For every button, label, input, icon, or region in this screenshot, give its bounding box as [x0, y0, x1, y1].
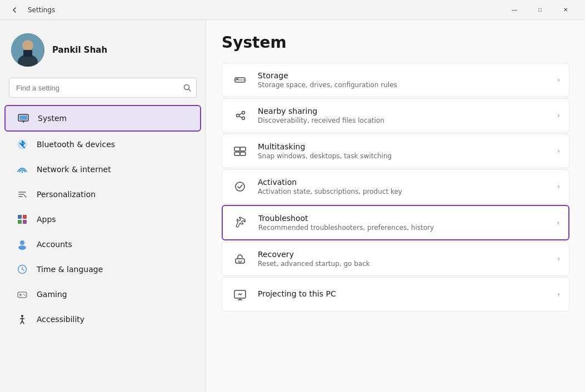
back-button[interactable]	[7, 2, 22, 18]
svg-rect-15	[18, 215, 22, 219]
svg-line-23	[22, 269, 24, 270]
avatar-image	[11, 33, 44, 67]
settings-text-troubleshoot: Troubleshoot Recommended troubleshooters…	[258, 214, 548, 232]
svg-line-40	[239, 113, 242, 115]
settings-desc-nearby: Discoverability, received files location	[258, 117, 548, 124]
svg-point-11	[22, 172, 23, 173]
accounts-icon	[16, 238, 29, 251]
sidebar-item-personalization-label: Personalization	[37, 190, 96, 199]
time-icon	[16, 263, 29, 276]
sidebar-item-network-label: Network & internet	[37, 165, 111, 174]
settings-item-storage[interactable]: Storage Storage space, drives, configura…	[222, 63, 569, 97]
settings-text-storage: Storage Storage space, drives, configura…	[258, 71, 548, 89]
sidebar-item-gaming-label: Gaming	[37, 290, 67, 299]
svg-line-33	[22, 321, 24, 324]
svg-point-1	[22, 40, 33, 51]
svg-rect-43	[240, 147, 246, 151]
sidebar-item-accessibility-label: Accessibility	[37, 315, 84, 324]
settings-desc-recovery: Reset, advanced startup, go back	[258, 260, 548, 268]
settings-item-nearby[interactable]: Nearby sharing Discoverability, received…	[222, 98, 569, 133]
search-box	[9, 78, 197, 98]
settings-name-nearby: Nearby sharing	[258, 107, 548, 115]
troubleshoot-icon	[232, 214, 249, 232]
accessibility-icon	[16, 313, 29, 326]
svg-rect-16	[23, 215, 27, 219]
close-button[interactable]: ✕	[553, 0, 578, 20]
settings-item-troubleshoot[interactable]: Troubleshoot Recommended troubleshooters…	[222, 205, 569, 240]
page-title: System	[222, 33, 569, 52]
chevron-nearby: ›	[557, 112, 560, 119]
projecting-icon	[231, 285, 249, 303]
svg-point-20	[18, 245, 26, 250]
sidebar-item-accessibility[interactable]: Accessibility	[4, 307, 201, 331]
svg-rect-17	[18, 220, 22, 224]
settings-name-projecting: Projecting to this PC	[258, 289, 548, 298]
svg-point-29	[21, 315, 23, 317]
maximize-button[interactable]: □	[527, 0, 553, 20]
settings-desc-multitasking: Snap windows, desktops, task switching	[258, 152, 548, 160]
settings-name-storage: Storage	[258, 71, 548, 80]
svg-rect-36	[236, 79, 238, 80]
chevron-storage: ›	[557, 76, 560, 84]
settings-item-recovery[interactable]: Recovery Reset, advanced startup, go bac…	[222, 242, 569, 276]
svg-rect-18	[23, 220, 27, 224]
window-controls: — □ ✕	[502, 0, 578, 20]
avatar	[11, 33, 44, 67]
nearby-icon	[231, 107, 249, 124]
search-input[interactable]	[9, 78, 197, 98]
back-icon	[11, 7, 18, 13]
settings-desc-activation: Activation state, subscriptions, product…	[258, 188, 548, 195]
bluetooth-icon	[16, 138, 29, 151]
sidebar: Pankil Shah	[0, 20, 206, 392]
search-icon	[183, 84, 191, 92]
settings-list: Storage Storage space, drives, configura…	[222, 63, 569, 311]
title-bar-left: Settings	[7, 2, 502, 18]
chevron-troubleshoot: ›	[557, 219, 559, 227]
svg-point-19	[20, 240, 24, 245]
settings-name-recovery: Recovery	[258, 250, 548, 259]
settings-name-multitasking: Multitasking	[258, 142, 548, 151]
svg-point-27	[23, 294, 24, 295]
settings-item-activation[interactable]: Activation Activation state, subscriptio…	[222, 169, 569, 204]
sidebar-item-network[interactable]: Network & internet	[4, 157, 201, 182]
settings-name-troubleshoot: Troubleshoot	[258, 214, 548, 223]
sidebar-item-accounts-label: Accounts	[37, 240, 72, 249]
sidebar-item-gaming[interactable]: Gaming	[4, 282, 201, 306]
system-icon	[17, 112, 30, 125]
settings-text-activation: Activation Activation state, subscriptio…	[258, 178, 548, 195]
sidebar-item-apps[interactable]: Apps	[4, 207, 201, 232]
gaming-icon	[16, 288, 29, 301]
recovery-icon	[231, 250, 249, 268]
sidebar-item-time-label: Time & language	[37, 265, 103, 274]
chevron-multitasking: ›	[557, 147, 560, 155]
title-bar: Settings — □ ✕	[0, 0, 585, 20]
app-body: Pankil Shah	[0, 20, 585, 392]
sidebar-item-bluetooth-label: Bluetooth & devices	[37, 140, 115, 149]
sidebar-item-time[interactable]: Time & language	[4, 257, 201, 282]
svg-rect-45	[240, 152, 246, 155]
svg-rect-42	[234, 147, 240, 151]
main-content: System Storage Storage space, drives, co…	[206, 20, 585, 392]
sidebar-item-personalization[interactable]: Personalization	[4, 182, 201, 207]
svg-line-41	[239, 116, 242, 118]
svg-point-46	[236, 182, 244, 191]
sidebar-item-accounts[interactable]: Accounts	[4, 232, 201, 257]
storage-icon	[231, 71, 249, 89]
settings-item-projecting[interactable]: Projecting to this PC ›	[222, 277, 569, 311]
svg-rect-44	[234, 152, 240, 155]
sidebar-item-bluetooth[interactable]: Bluetooth & devices	[4, 132, 201, 157]
svg-line-32	[21, 321, 22, 324]
minimize-button[interactable]: —	[502, 0, 527, 20]
network-icon	[16, 163, 29, 176]
svg-point-38	[242, 112, 245, 114]
settings-text-projecting: Projecting to this PC	[258, 289, 548, 299]
settings-text-nearby: Nearby sharing Discoverability, received…	[258, 107, 548, 124]
svg-line-5	[189, 89, 191, 92]
sidebar-item-system[interactable]: System	[4, 105, 201, 132]
settings-item-multitasking[interactable]: Multitasking Snap windows, desktops, tas…	[222, 134, 569, 168]
chevron-activation: ›	[557, 183, 560, 190]
sidebar-item-system-label: System	[38, 114, 67, 123]
settings-desc-storage: Storage space, drives, configuration rul…	[258, 81, 548, 89]
sidebar-item-apps-label: Apps	[37, 215, 56, 224]
svg-rect-3	[23, 50, 32, 57]
